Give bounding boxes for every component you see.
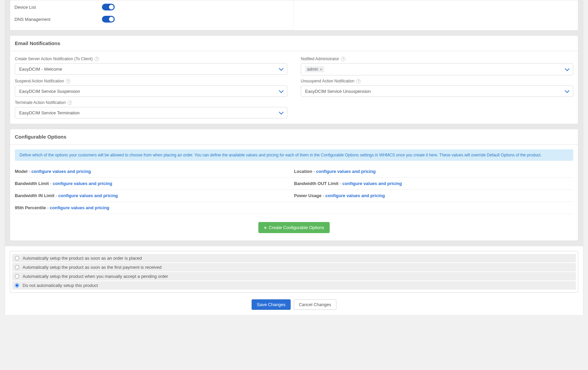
option-name: Model	[15, 169, 28, 174]
option-name: Bandwidth OUT Limit	[294, 181, 338, 186]
toggle-dns-management[interactable]	[102, 16, 115, 23]
plus-icon: +	[264, 225, 267, 230]
field-label-text: Suspend Action Notification	[15, 79, 64, 83]
field-label-text: Notified Administrator	[301, 57, 339, 61]
page-container: Device List DNS Management Email Notific…	[5, 0, 583, 316]
field-notified-administrator: Notified Administrator ? admin ✕	[301, 57, 573, 75]
radio-row[interactable]: Do not automatically setup this product	[12, 281, 576, 290]
email-notifications-panel: Email Notifications Create Server Action…	[10, 35, 578, 124]
configure-link[interactable]: configure values and pricing	[325, 193, 385, 198]
select-notified-administrator[interactable]: admin ✕	[301, 63, 573, 75]
toggle-device-list[interactable]	[102, 4, 115, 10]
radio-row[interactable]: Automatically setup the product when you…	[12, 272, 576, 281]
option-name: Location	[294, 169, 312, 174]
field-create-server-notification: Create Server Action Notification (To Cl…	[15, 57, 287, 75]
field-label-text: Unsuspend Action Notification	[301, 79, 354, 83]
tag-label: admin	[307, 67, 318, 72]
help-icon[interactable]: ?	[356, 79, 361, 83]
help-icon[interactable]: ?	[95, 57, 99, 61]
option-model: Model - configure values and pricing	[15, 165, 294, 178]
features-panel: Device List DNS Management	[10, 0, 578, 31]
module-settings-area: Device List DNS Management Email Notific…	[5, 0, 583, 246]
radio-no-auto-setup[interactable]	[15, 283, 19, 288]
radio-label[interactable]: Automatically setup the product when you…	[23, 274, 168, 279]
radio-label[interactable]: Do not automatically setup this product	[23, 283, 98, 288]
radio-row[interactable]: Automatically setup the product as soon …	[12, 263, 576, 271]
auto-setup-panel: Automatically setup the product as soon …	[10, 251, 578, 293]
select-value: EasyDCIM Service Termination	[19, 110, 80, 115]
toggle-label: DNS Management	[14, 17, 102, 22]
toggle-row-device-list: Device List	[14, 1, 289, 13]
option-95th-percentile: 95th Percentile - configure values and p…	[15, 202, 294, 214]
configure-link[interactable]: configure values and pricing	[58, 193, 118, 198]
save-changes-button[interactable]: Save Changes	[252, 299, 290, 310]
select-suspend-notification[interactable]: EasyDCIM Service Suspension	[15, 85, 287, 97]
configure-link[interactable]: configure values and pricing	[316, 169, 376, 174]
configure-link[interactable]: configure values and pricing	[342, 181, 402, 186]
radio-auto-on-order[interactable]	[15, 256, 19, 260]
create-configurable-options-button[interactable]: + Create Configurable Options	[258, 222, 330, 233]
select-terminate-notification[interactable]: EasyDCIM Service Termination	[15, 107, 287, 118]
field-suspend-notification: Suspend Action Notification ? EasyDCIM S…	[15, 79, 287, 97]
field-label-text: Create Server Action Notification (To Cl…	[15, 57, 93, 61]
radio-label[interactable]: Automatically setup the product as soon …	[23, 265, 161, 270]
option-name: Bandwidth IN Limit	[15, 193, 54, 198]
info-message: Define which of the options your custome…	[15, 149, 573, 161]
radio-auto-on-payment[interactable]	[15, 265, 19, 269]
panel-title: Configurable Options	[15, 134, 573, 140]
radio-label[interactable]: Automatically setup the product as soon …	[23, 256, 142, 261]
toggle-label: Device List	[14, 5, 102, 10]
panel-title: Email Notifications	[15, 40, 573, 46]
help-icon[interactable]: ?	[68, 101, 72, 105]
cancel-changes-button[interactable]: Cancel Changes	[294, 299, 336, 310]
field-terminate-notification: Terminate Action Notification ? EasyDCIM…	[15, 100, 287, 118]
admin-tag: admin ✕	[305, 66, 324, 72]
option-bandwidth-in: Bandwidth IN Limit - configure values an…	[15, 190, 294, 202]
help-icon[interactable]: ?	[66, 79, 70, 83]
option-name: Bandwidth Limit	[15, 181, 49, 186]
select-value: EasyDCIM Service Suspension	[19, 89, 80, 94]
button-label: Create Configurable Options	[269, 225, 324, 230]
select-value: EasyDCIM - Welcome	[19, 67, 62, 72]
select-create-server-notification[interactable]: EasyDCIM - Welcome	[15, 63, 287, 75]
radio-row[interactable]: Automatically setup the product as soon …	[12, 254, 576, 262]
toggle-row-dns: DNS Management	[14, 13, 289, 25]
select-unsuspend-notification[interactable]: EasyDCIM Service Unsuspension	[301, 85, 573, 97]
tag-remove-icon[interactable]: ✕	[320, 68, 322, 71]
footer-buttons: Save Changes Cancel Changes	[10, 298, 578, 315]
option-power-usage: Power Usage - configure values and prici…	[294, 190, 573, 202]
configure-link[interactable]: configure values and pricing	[50, 205, 109, 210]
configurable-options-panel: Configurable Options Define which of the…	[10, 129, 578, 241]
option-name: Power Usage	[294, 193, 322, 198]
option-bandwidth-out: Bandwidth OUT Limit - configure values a…	[294, 178, 573, 190]
configurable-options-grid: Model - configure values and pricing Loc…	[15, 165, 573, 214]
option-location: Location - configure values and pricing	[294, 165, 573, 178]
field-label-text: Terminate Action Notification	[15, 100, 66, 105]
select-value: EasyDCIM Service Unsuspension	[305, 89, 371, 94]
option-name: 95th Percentile	[15, 205, 46, 210]
configure-link[interactable]: configure values and pricing	[53, 181, 112, 186]
configure-link[interactable]: configure values and pricing	[31, 169, 91, 174]
help-icon[interactable]: ?	[341, 57, 345, 61]
field-unsuspend-notification: Unsuspend Action Notification ? EasyDCIM…	[301, 79, 573, 97]
radio-auto-on-accept[interactable]	[15, 274, 19, 279]
option-bandwidth-limit: Bandwidth Limit - configure values and p…	[15, 178, 294, 190]
